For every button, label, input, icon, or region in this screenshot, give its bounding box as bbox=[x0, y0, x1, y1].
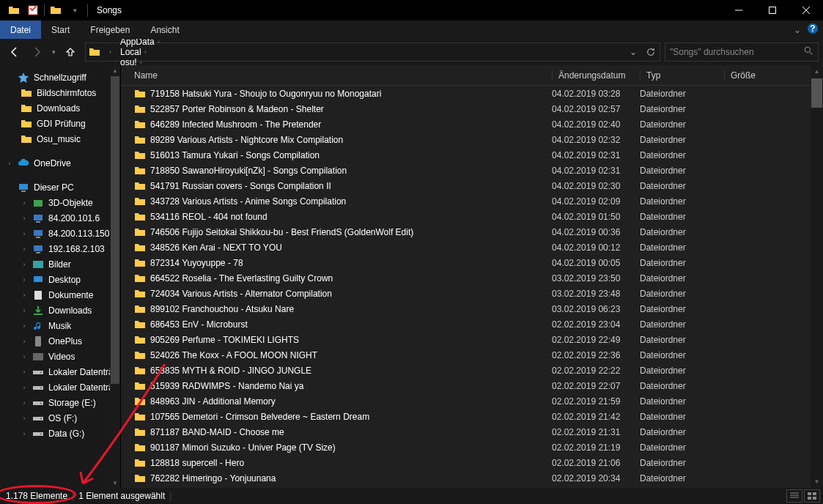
sidebar-pc-item[interactable]: ›Bilder bbox=[0, 256, 120, 272]
chevron-right-icon[interactable]: › bbox=[141, 48, 150, 56]
file-row[interactable]: 686453 EnV - Microburst 02.02.2019 23:04… bbox=[121, 316, 823, 332]
file-row[interactable]: 901187 Mimori Suzuko - Univer Page (TV S… bbox=[121, 440, 823, 455]
sidebar-quick-item[interactable]: Downloads bbox=[0, 100, 120, 116]
chevron-right-icon[interactable]: › bbox=[21, 338, 28, 345]
scroll-up-icon[interactable]: ▲ bbox=[811, 65, 823, 78]
qat-dropdown-icon[interactable]: ▾ bbox=[67, 2, 83, 18]
chevron-right-icon[interactable]: › bbox=[21, 307, 28, 314]
search-icon[interactable] bbox=[804, 46, 813, 58]
chevron-right-icon[interactable]: › bbox=[21, 199, 28, 207]
recent-dropdown[interactable]: ▾ bbox=[48, 42, 59, 62]
file-row[interactable]: 719158 Hatsuki Yura - Shoujo to Ougonryu… bbox=[121, 86, 823, 101]
column-name[interactable]: Name bbox=[134, 70, 552, 81]
chevron-right-icon[interactable]: › bbox=[21, 368, 28, 376]
sidebar-pc-item[interactable]: ›3D-Objekte bbox=[0, 195, 120, 210]
sidebar-quick-item[interactable]: Osu_music bbox=[0, 131, 120, 147]
file-row[interactable]: 348526 Ken Arai - NEXT TO YOU 04.02.2019… bbox=[121, 240, 823, 255]
sidebar-pc-item[interactable]: ›84.200.101.6 bbox=[0, 210, 120, 226]
scroll-up-icon[interactable]: ▲ bbox=[110, 65, 120, 75]
properties-icon[interactable] bbox=[25, 2, 41, 18]
forward-button[interactable] bbox=[26, 42, 47, 62]
chevron-right-icon[interactable]: › bbox=[21, 430, 28, 437]
file-row[interactable]: 516013 Tamura Yukari - Songs Compilation… bbox=[121, 147, 823, 163]
file-row[interactable]: 746506 Fujijo Seitokai Shikkou-bu - Best… bbox=[121, 224, 823, 240]
search-input[interactable] bbox=[670, 47, 813, 57]
file-row[interactable]: 871187 BAND-MAID - Choose me 02.02.2019 … bbox=[121, 424, 823, 440]
help-icon[interactable]: ? bbox=[807, 23, 819, 37]
tab-start[interactable]: Start bbox=[41, 21, 80, 39]
chevron-right-icon[interactable]: › bbox=[21, 261, 28, 268]
tab-share[interactable]: Freigeben bbox=[80, 21, 140, 39]
tab-file[interactable]: Datei bbox=[0, 21, 41, 39]
file-row[interactable]: 515939 RADWIMPS - Nandemo Nai ya 02.02.2… bbox=[121, 378, 823, 393]
close-button[interactable] bbox=[789, 0, 823, 21]
file-row[interactable]: 724034 Various Artists - Alternator Comp… bbox=[121, 286, 823, 301]
sidebar-pc-item[interactable]: ›OnePlus bbox=[0, 333, 120, 349]
sidebar-pc-item[interactable]: ›Lokaler Datenträ bbox=[0, 364, 120, 379]
chevron-right-icon[interactable]: › bbox=[21, 384, 28, 391]
file-row[interactable]: 718850 SawanoHiroyuki[nZk] - Songs Compi… bbox=[121, 163, 823, 178]
scroll-down-icon[interactable]: ▼ bbox=[811, 475, 823, 488]
view-thumbnails-button[interactable] bbox=[804, 489, 820, 503]
tab-view[interactable]: Ansicht bbox=[140, 21, 189, 39]
chevron-right-icon[interactable]: › bbox=[155, 38, 163, 45]
search-box[interactable] bbox=[665, 42, 819, 62]
file-row[interactable]: 762282 Himeringo - Yonjuunana 02.02.2019… bbox=[121, 470, 823, 486]
view-details-button[interactable] bbox=[786, 489, 802, 503]
file-row[interactable]: 872314 Yuyoyuppe - 78 04.02.2019 00:05 D… bbox=[121, 255, 823, 270]
file-list[interactable]: 719158 Hatsuki Yura - Shoujo to Ougonryu… bbox=[121, 86, 823, 488]
sidebar-quick-item[interactable]: Bildschirmfotos bbox=[0, 85, 120, 100]
column-type[interactable]: Typ bbox=[640, 70, 724, 81]
chevron-right-icon[interactable]: › bbox=[21, 276, 28, 284]
file-row[interactable]: 541791 Russian covers - Songs Compilatio… bbox=[121, 178, 823, 193]
breadcrumb-segment[interactable]: Local› bbox=[117, 47, 166, 57]
sidebar-pc-item[interactable]: ›84.200.113.150 bbox=[0, 226, 120, 241]
chevron-right-icon[interactable]: › bbox=[21, 245, 28, 253]
file-row[interactable]: 524026 The Koxx - A FOOL MOON NIGHT 02.0… bbox=[121, 347, 823, 363]
expand-ribbon-icon[interactable]: ⌄ bbox=[794, 25, 801, 35]
sidebar-pc-item[interactable]: ›192.168.2.103 bbox=[0, 241, 120, 256]
chevron-right-icon[interactable]: › bbox=[21, 230, 28, 237]
chevron-right-icon[interactable]: › bbox=[21, 415, 28, 422]
file-row[interactable]: 128818 supercell - Hero 02.02.2019 21:06… bbox=[121, 455, 823, 470]
sidebar-pc-item[interactable]: ›Storage (E:) bbox=[0, 395, 120, 410]
chevron-right-icon[interactable]: › bbox=[21, 292, 28, 299]
sidebar-pc-item[interactable]: ›Desktop bbox=[0, 272, 120, 287]
back-button[interactable] bbox=[4, 42, 25, 62]
scroll-down-icon[interactable]: ▼ bbox=[110, 478, 120, 488]
sidebar-pc-item[interactable]: ›Videos bbox=[0, 349, 120, 364]
file-row[interactable]: 664522 Roselia - The Everlasting Guilty … bbox=[121, 270, 823, 286]
sidebar-pc-item[interactable]: ›Downloads bbox=[0, 303, 120, 318]
file-row[interactable]: 653835 MYTH & ROID - JINGO JUNGLE 02.02.… bbox=[121, 363, 823, 378]
column-size[interactable]: Größe bbox=[724, 70, 808, 81]
main-scrollbar[interactable]: ▲ ▼ bbox=[811, 65, 823, 488]
file-row[interactable]: 343728 Various Artists - Anime Songs Com… bbox=[121, 193, 823, 209]
sidebar-onedrive[interactable]: › OneDrive bbox=[0, 155, 120, 171]
file-row[interactable]: 534116 REOL - 404 not found 04.02.2019 0… bbox=[121, 209, 823, 224]
up-button[interactable] bbox=[60, 42, 81, 62]
sidebar-quick-item[interactable]: GDI Prüfung bbox=[0, 116, 120, 131]
column-date[interactable]: Änderungsdatum bbox=[552, 70, 640, 81]
address-bar[interactable]: › Thorsten›AppData›Local›osu!›Songs› ⌄ bbox=[85, 42, 660, 62]
sidebar-quickaccess[interactable]: Schnellzugriff bbox=[0, 70, 120, 85]
chevron-right-icon[interactable]: › bbox=[6, 160, 13, 167]
chevron-right-icon[interactable]: › bbox=[21, 399, 28, 407]
address-dropdown-icon[interactable]: ⌄ bbox=[624, 43, 642, 61]
breadcrumb-sep[interactable]: › bbox=[103, 43, 117, 61]
file-row[interactable]: 522857 Porter Robinson & Madeon - Shelte… bbox=[121, 101, 823, 116]
refresh-button[interactable] bbox=[642, 43, 660, 61]
file-row[interactable]: 107565 Demetori - Crimson Belvedere ~ Ea… bbox=[121, 409, 823, 424]
minimize-button[interactable] bbox=[722, 0, 756, 21]
file-row[interactable]: 848963 JIN - Additional Memory 02.02.201… bbox=[121, 393, 823, 409]
folder-icon-small[interactable] bbox=[48, 2, 64, 18]
chevron-right-icon[interactable]: › bbox=[21, 322, 28, 330]
sidebar-thispc[interactable]: Dieser PC bbox=[0, 179, 120, 195]
chevron-right-icon[interactable]: › bbox=[21, 353, 28, 360]
file-row[interactable]: 905269 Perfume - TOKIMEKI LIGHTS 02.02.2… bbox=[121, 332, 823, 347]
sidebar-pc-item[interactable]: ›Dokumente bbox=[0, 287, 120, 303]
file-row[interactable]: 899102 Franchouchou - Atsuku Nare 03.02.… bbox=[121, 301, 823, 316]
sidebar-pc-item[interactable]: ›Data (G:) bbox=[0, 426, 120, 441]
chevron-right-icon[interactable]: › bbox=[21, 215, 28, 222]
sidebar-pc-item[interactable]: ›OS (F:) bbox=[0, 410, 120, 426]
scroll-thumb[interactable] bbox=[111, 76, 119, 384]
